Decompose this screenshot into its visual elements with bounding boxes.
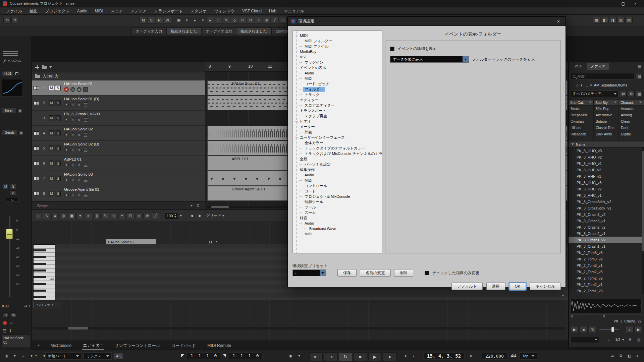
file-list-scrollbar[interactable] bbox=[642, 147, 644, 294]
insert-mode-icon[interactable]: ≈ bbox=[32, 352, 40, 359]
file-row[interactable]: PK_2_Tom3_v3 bbox=[569, 249, 642, 256]
close-lower-zone-button[interactable]: × bbox=[37, 343, 40, 348]
inserts-bypass-icon[interactable]: ▣ bbox=[17, 108, 22, 113]
file-row[interactable]: PK_3_Crash2_v2 bbox=[569, 224, 642, 230]
solo-editor-button[interactable]: S bbox=[43, 213, 50, 219]
punch-dropdown[interactable]: ▾ bbox=[296, 352, 303, 359]
menu-item[interactable]: ウィンドウ bbox=[211, 7, 238, 15]
record-in-editor-button[interactable]: ● bbox=[51, 213, 59, 219]
track-row[interactable]: 5 M S HALion Sonic 02 (D) ● ◁ e bbox=[32, 141, 205, 156]
mute-button[interactable]: M bbox=[49, 100, 54, 106]
glue-tool[interactable]: ⊓ bbox=[127, 213, 134, 219]
right-locator-flag-icon[interactable] bbox=[223, 354, 226, 357]
channel-solo-button[interactable]: S bbox=[10, 184, 16, 189]
filter-column-header[interactable]: Sub Cat. bbox=[569, 100, 593, 106]
zoom-tool[interactable]: ⊕ bbox=[144, 213, 151, 219]
minimize-button[interactable]: – bbox=[605, 0, 617, 7]
project-position-display[interactable]: 15. 4. 3. 52 bbox=[423, 352, 465, 360]
file-row[interactable]: PK_3_HHO_v1 bbox=[569, 160, 642, 167]
preferences-tree-item[interactable]: MediaBay bbox=[293, 49, 382, 54]
preferences-tree-item[interactable]: フォルダー bbox=[293, 86, 382, 92]
track-scale-label[interactable]: Simple bbox=[37, 204, 49, 208]
file-row[interactable]: PK_3_Crash3_v1 bbox=[569, 218, 642, 224]
file-row[interactable]: PK_3_HHO_v3 bbox=[569, 147, 642, 154]
crosshair-tool[interactable]: + bbox=[35, 213, 42, 219]
channel-mute-button[interactable]: M bbox=[3, 184, 9, 189]
file-row[interactable]: PK_2_Tom3_v2 bbox=[569, 256, 642, 262]
file-row[interactable]: PK_2_Tom1_v3 bbox=[569, 288, 642, 294]
file-row[interactable]: PK_3_Crash2_v1 bbox=[569, 230, 642, 237]
media-settings-button[interactable]: ⚙ bbox=[628, 91, 635, 97]
preferences-tree-item[interactable]: 外観 bbox=[293, 129, 382, 135]
preview-play-button[interactable]: ▶ bbox=[571, 326, 579, 333]
automation-state-button[interactable]: M bbox=[140, 17, 147, 23]
filter-item[interactable]: Cymbals bbox=[569, 118, 593, 125]
select-tool[interactable]: ▸ bbox=[85, 213, 92, 219]
glue-tool[interactable]: ⊓ bbox=[247, 17, 254, 23]
filter-item[interactable]: Beats bbox=[569, 106, 593, 112]
automation-panel-button[interactable]: ▣ bbox=[175, 17, 182, 23]
nudge-icon[interactable]: ▸ bbox=[402, 352, 410, 359]
preferences-tree-item[interactable]: ズーム bbox=[293, 210, 382, 215]
editing-part-title[interactable]: HALion Sonic 02 bbox=[106, 239, 156, 245]
monitor-button[interactable]: ◁ bbox=[70, 147, 75, 152]
preferences-tree-item[interactable]: MIDI bbox=[293, 33, 382, 38]
media-search-box[interactable] bbox=[571, 73, 634, 80]
filter-column-header[interactable]: Sub Sty. bbox=[594, 100, 619, 106]
chevron-down-icon[interactable] bbox=[49, 66, 52, 68]
autoscroll-button[interactable]: ▸ bbox=[191, 17, 199, 23]
preview-pitch-icon[interactable]: ♪ bbox=[626, 326, 634, 333]
track-row[interactable]: 4 M S HALion Sonic 02 ● ◁ e bbox=[32, 126, 205, 140]
caret-down-icon[interactable] bbox=[179, 215, 182, 217]
preferences-tree-item[interactable]: ツール bbox=[293, 204, 382, 210]
file-row[interactable]: PK_2_Tom2_v1 bbox=[569, 281, 642, 288]
preferences-tree-item[interactable]: Audio bbox=[293, 221, 382, 226]
lower-zone-tab[interactable]: エディター bbox=[82, 341, 104, 350]
preview-loop-button[interactable]: ↻ bbox=[589, 326, 597, 333]
file-row[interactable]: PK_2_Tom2_v3 bbox=[569, 268, 642, 275]
media-type-select[interactable]: すべてのメディア。 bbox=[571, 90, 619, 97]
breadcrumb-dropdown[interactable]: ▾ bbox=[590, 83, 592, 87]
auto-play-button[interactable]: ▶ bbox=[635, 326, 643, 333]
show-part-borders-button[interactable]: ▣ bbox=[68, 213, 75, 219]
mute-button[interactable]: M bbox=[49, 176, 54, 181]
preferences-tree-item[interactable]: 編集操作 bbox=[293, 167, 382, 172]
preferences-tree-item[interactable]: 制御ツール bbox=[293, 199, 382, 204]
preferences-tree-item[interactable]: ビデオ bbox=[293, 119, 382, 124]
monitor-button[interactable]: ◁ bbox=[70, 132, 75, 137]
read-automation-button[interactable]: R bbox=[3, 312, 9, 318]
sends-section-button[interactable]: Sends bbox=[2, 130, 17, 135]
solo-button[interactable]: S bbox=[55, 161, 61, 166]
preferences-tree-item[interactable]: コントロール bbox=[293, 183, 382, 188]
io-folder-track[interactable]: 入力/出力 bbox=[32, 72, 205, 80]
file-row[interactable]: PK_2_Tom3_v1 bbox=[569, 262, 642, 268]
track-visibility-folder-icon[interactable] bbox=[42, 66, 47, 69]
edit-channel-button[interactable]: e bbox=[77, 117, 82, 122]
file-row[interactable]: PK_2_Tom2_v2 bbox=[569, 275, 642, 281]
edit-channel-button[interactable]: e bbox=[77, 132, 82, 137]
close-button[interactable]: × bbox=[629, 0, 641, 7]
preferences-tree-item[interactable]: トラックタイプのデフォルトカラー bbox=[293, 145, 382, 151]
preferences-tree-item[interactable]: Broadcast Wave bbox=[293, 226, 382, 231]
play-button[interactable]: ▶ bbox=[368, 352, 382, 361]
preferences-tree-item[interactable]: 全体カラー bbox=[293, 140, 382, 145]
solo-button[interactable]: S bbox=[55, 145, 61, 151]
auto-quantize-button[interactable]: AQ bbox=[114, 353, 124, 359]
edit-channel-button[interactable]: e bbox=[77, 178, 82, 182]
menu-item[interactable]: MIDI bbox=[91, 7, 107, 15]
file-row[interactable]: PK_3_CrossStick_v1 bbox=[569, 205, 642, 211]
automation-dropdown[interactable]: ▾ bbox=[183, 17, 191, 23]
target-icon[interactable]: ◎ bbox=[635, 336, 643, 343]
expand-icon[interactable]: ▸ bbox=[634, 352, 641, 359]
lower-zone-tab[interactable]: MIDI Remote bbox=[207, 342, 232, 349]
filter-item[interactable]: Digital bbox=[619, 131, 644, 137]
play-tool[interactable]: ◁ bbox=[279, 17, 286, 23]
preferences-tree-item[interactable]: トラックおよび MixConsole チャンネルのカラー bbox=[293, 151, 382, 156]
track-row[interactable]: 7 M S HALion Sonic 03 ● ◁ e bbox=[32, 171, 205, 186]
range-tool[interactable]: ▯ bbox=[93, 213, 101, 219]
draw-tool[interactable]: ✎ bbox=[223, 17, 230, 23]
lane-resize-handle[interactable]: ‒ ‒ ‒ bbox=[302, 296, 313, 299]
preferences-tree-item[interactable]: コード+ピッチ bbox=[293, 81, 382, 86]
filter-item[interactable]: Britpop bbox=[594, 118, 619, 125]
sends-bypass-icon[interactable]: ▣ bbox=[19, 130, 23, 135]
